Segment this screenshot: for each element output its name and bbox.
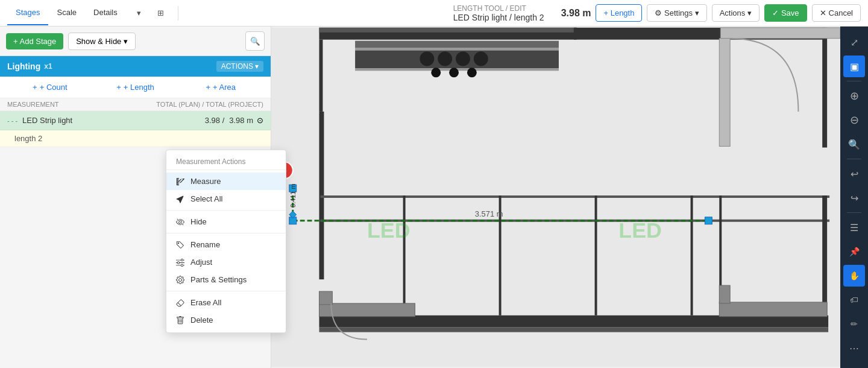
expand-icon: ⤢ (851, 37, 858, 48)
zoom-out-button[interactable]: ⊖ (843, 109, 865, 131)
svg-rect-31 (319, 291, 332, 305)
list-icon: ☰ (850, 222, 858, 233)
undo-button[interactable]: ↩ (843, 163, 865, 185)
search-button[interactable]: 🔍 (245, 31, 265, 51)
lighting-header: Lighting x1 ACTIONS ▾ (0, 56, 271, 77)
svg-rect-25 (691, 195, 693, 316)
svg-text:LED: LED (618, 218, 662, 243)
length-sub-name: length 2 (14, 134, 42, 143)
breadcrumb: LENGTH TOOL / EDIT (453, 4, 526, 13)
show-hide-button[interactable]: Show & Hide ▾ (68, 33, 136, 50)
svg-rect-33 (719, 285, 730, 303)
context-menu-title: Measurement Actions (166, 154, 286, 170)
context-menu-delete[interactable]: Delete (166, 311, 286, 329)
parts-settings-label: Parts & Settings (190, 275, 247, 284)
expand-icon[interactable]: ⊙ (257, 116, 263, 125)
svg-rect-21 (320, 195, 829, 198)
pencil-ruler-icon (176, 177, 184, 186)
svg-rect-5 (822, 28, 827, 148)
plus-icon: + (33, 83, 37, 92)
area-label: + Area (213, 83, 236, 92)
context-menu-erase-all[interactable]: Erase All (166, 294, 286, 311)
settings-button[interactable]: ⚙ Settings ▾ (647, 4, 706, 22)
eye-off-icon (176, 218, 184, 226)
tag-icon: 🏷 (850, 295, 858, 305)
svg-rect-6 (355, 41, 559, 48)
svg-point-10 (420, 52, 434, 66)
more-button[interactable]: ⋯ (843, 337, 865, 359)
grid-icon[interactable]: ⊞ (153, 5, 169, 22)
panel-toggle-button[interactable]: ▣ (843, 56, 865, 77)
breadcrumb-action: EDIT (510, 4, 526, 13)
context-menu-parts-settings[interactable]: Parts & Settings (166, 271, 286, 288)
context-menu: Measurement Actions Measure Select All H… (166, 150, 286, 333)
zoom-in-icon: ⊕ (850, 89, 859, 103)
search-icon: 🔍 (250, 37, 260, 46)
separator2 (847, 159, 861, 159)
led-strip-row[interactable]: - - - LED Strip light 3.98 / 3.98 m ⊙ (0, 111, 271, 130)
erase-all-label: Erase All (190, 298, 221, 307)
cursor-icon (176, 195, 184, 203)
chevron-down-icon: ▾ (255, 62, 259, 71)
hand-icon: ✋ (849, 271, 860, 281)
lighting-actions-label: ACTIONS (221, 62, 253, 71)
measure-label: Measure (190, 177, 221, 186)
separator1 (166, 210, 286, 211)
svg-text:LED: LED (367, 218, 410, 243)
svg-rect-29 (319, 328, 828, 332)
eraser-icon (176, 299, 184, 307)
breadcrumb-sep1: / (506, 4, 510, 13)
show-hide-label: Show & Hide (76, 37, 121, 46)
context-menu-select-all[interactable]: Select All (166, 190, 286, 208)
pin-button[interactable]: 📌 (843, 241, 865, 262)
actions-button[interactable]: Actions ▾ (712, 4, 760, 22)
pen-button[interactable]: ✏ (843, 313, 865, 335)
tab-stages[interactable]: Stages (7, 1, 48, 25)
zoom-in-button[interactable]: ⊕ (843, 85, 865, 107)
length-button[interactable]: + Length (596, 4, 642, 22)
more-icon: ⋯ (849, 343, 859, 354)
cancel-button[interactable]: ✕ Cancel (812, 4, 861, 22)
dropdown-icon[interactable]: ▾ (131, 5, 148, 22)
topbar: Stages Scale Details ▾ ⊞ LENGTH TOOL / E… (0, 0, 868, 27)
context-menu-hide[interactable]: Hide (166, 213, 286, 230)
svg-rect-32 (719, 302, 827, 317)
count-button[interactable]: + + Count (7, 80, 93, 94)
zoom-fit-button[interactable]: 🔍 (843, 133, 865, 155)
tag-button[interactable]: 🏷 (843, 289, 865, 311)
sliders-icon (176, 258, 184, 267)
zoom-out-icon: ⊖ (850, 113, 859, 127)
fullscreen-button[interactable]: ⤢ (843, 31, 865, 53)
add-stage-button[interactable]: + Add Stage (6, 33, 63, 49)
svg-text:3.571 m: 3.571 m (475, 209, 503, 218)
sidebar-toolbar: + Add Stage Show & Hide ▾ 🔍 (0, 27, 271, 56)
chevron-down-icon: ▾ (124, 37, 128, 46)
tag-icon (176, 241, 184, 249)
svg-point-12 (456, 52, 470, 66)
redo-button[interactable]: ↪ (843, 187, 865, 209)
length-add-button[interactable]: + + Length (93, 80, 178, 94)
tab-scale[interactable]: Scale (48, 1, 85, 25)
context-menu-adjust[interactable]: Adjust (166, 253, 286, 271)
context-menu-measure[interactable]: Measure (166, 173, 286, 190)
separator3 (166, 291, 286, 291)
led-dashed-icon: - - - (7, 117, 17, 124)
divider (178, 6, 178, 21)
length-sub-row[interactable]: length 2 (0, 130, 271, 147)
svg-point-16 (467, 68, 477, 77)
svg-point-13 (474, 52, 488, 66)
save-button[interactable]: ✓ Save (764, 4, 807, 22)
svg-rect-18 (719, 39, 730, 147)
area-button[interactable]: + + Area (178, 80, 263, 94)
hide-label: Hide (190, 217, 207, 226)
total-col-label: TOTAL (PLAN) / TOTAL (PROJECT) (156, 101, 263, 108)
pen-icon: ✏ (851, 319, 858, 329)
lighting-actions-button[interactable]: ACTIONS ▾ (216, 61, 263, 72)
led-strip-name: LED Strip light (22, 116, 205, 125)
tab-details[interactable]: Details (85, 1, 126, 25)
hand-button[interactable]: ✋ (843, 265, 865, 287)
context-menu-rename[interactable]: Rename (166, 236, 286, 253)
list-button[interactable]: ☰ (843, 217, 865, 238)
svg-rect-27 (822, 195, 827, 316)
separator2 (166, 233, 286, 233)
